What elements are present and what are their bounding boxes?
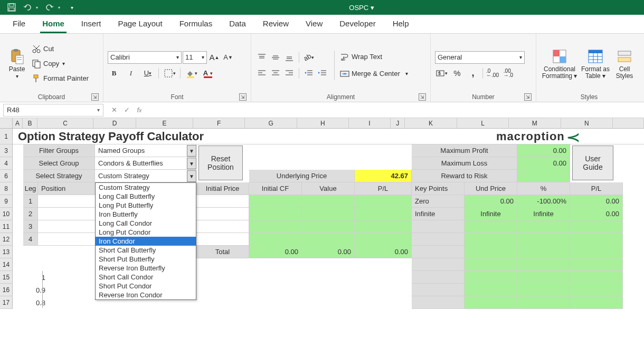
dropdown-item[interactable]: Iron Condor [96, 237, 196, 246]
cell-styles-button[interactable]: Cell Styles [612, 36, 637, 91]
row-header[interactable]: 4 [0, 157, 13, 170]
font-size-combo[interactable]: 11▾ [183, 51, 207, 64]
align-right-icon[interactable] [283, 67, 296, 80]
col-header[interactable]: L [457, 118, 509, 128]
dropdown-item[interactable]: Custom Strategy [96, 183, 196, 192]
increase-decimal-icon[interactable]: .0←.00 [486, 67, 499, 80]
initial-price-cell[interactable] [196, 208, 249, 220]
tab-insert[interactable]: Insert [79, 16, 103, 33]
dropdown-arrow-icon[interactable]: ▼ [187, 145, 196, 157]
dropdown-item[interactable]: Iron Butterfly [96, 210, 196, 219]
redo-more-icon[interactable]: ▾ [58, 5, 63, 10]
enter-formula-icon[interactable]: ✓ [120, 104, 133, 117]
tab-page-layout[interactable]: Page Layout [116, 16, 164, 33]
number-format-combo[interactable]: General▾ [435, 51, 525, 64]
dropdown-item[interactable]: Long Call Condor [96, 219, 196, 228]
name-box[interactable]: R48▾ [3, 104, 103, 117]
row-header[interactable]: 6 [0, 170, 13, 182]
align-center-icon[interactable] [269, 67, 282, 80]
fx-icon[interactable]: fx [133, 104, 146, 117]
dropdown-item[interactable]: Long Put Butterfly [96, 201, 196, 210]
col-header[interactable]: I [349, 118, 391, 128]
formula-input[interactable] [146, 104, 644, 117]
dropdown-item[interactable]: Long Call Butterfly [96, 192, 196, 201]
font-name-combo[interactable]: Calibri▾ [108, 51, 182, 64]
row-header[interactable]: 8 [0, 182, 13, 195]
col-header[interactable]: F [193, 118, 245, 128]
format-painter-button[interactable]: Format Painter [32, 72, 89, 85]
strategy-dropdown-list[interactable]: Custom StrategyLong Call ButterflyLong P… [95, 182, 196, 300]
col-header[interactable]: N [561, 118, 613, 128]
tab-view[interactable]: View [304, 16, 325, 33]
row-header[interactable]: 17 [0, 296, 13, 309]
col-header[interactable]: A [13, 118, 23, 128]
save-icon[interactable] [4, 1, 19, 14]
cancel-formula-icon[interactable]: ✕ [108, 104, 120, 117]
dropdown-arrow-icon[interactable]: ▼ [187, 170, 196, 182]
align-top-icon[interactable] [255, 51, 268, 64]
clipboard-launcher-icon[interactable]: ⇲ [91, 93, 99, 101]
alignment-launcher-icon[interactable]: ⇲ [419, 93, 426, 101]
col-header[interactable]: M [509, 118, 561, 128]
col-header[interactable]: C [37, 118, 93, 128]
undo-more-icon[interactable]: ▾ [36, 5, 41, 10]
accounting-icon[interactable]: $▾ [435, 67, 448, 80]
tab-review[interactable]: Review [261, 16, 291, 33]
decrease-font-icon[interactable]: A▼ [222, 51, 234, 64]
percent-icon[interactable]: % [451, 67, 463, 80]
increase-font-icon[interactable]: A▲ [208, 51, 221, 64]
filter-groups-value[interactable]: Named Groups [95, 144, 196, 157]
col-header[interactable]: G [245, 118, 297, 128]
select-group-value[interactable]: Condors & Butterflies [95, 157, 196, 170]
qat-customize-icon[interactable]: ▾ [64, 1, 79, 14]
paste-button[interactable]: Paste▾ [4, 36, 30, 91]
row-header[interactable]: 12 [0, 233, 13, 246]
row-header[interactable]: 11 [0, 220, 13, 233]
select-strategy-value[interactable]: Custom Strategy [95, 170, 196, 182]
underlying-value[interactable]: 42.67 [355, 170, 412, 182]
orientation-icon[interactable]: ab▾ [302, 51, 315, 64]
tab-help[interactable]: Help [391, 16, 411, 33]
dropdown-item[interactable]: Short Call Condor [96, 273, 196, 282]
user-guide-button[interactable]: UserGuide [572, 146, 613, 180]
number-launcher-icon[interactable]: ⇲ [524, 93, 532, 101]
decrease-decimal-icon[interactable]: .00→.0 [502, 67, 515, 80]
tab-formulas[interactable]: Formulas [177, 16, 215, 33]
merge-center-button[interactable]: Merge & Center ▾ [340, 67, 408, 81]
dropdown-item[interactable]: Reverse Iron Condor [96, 290, 196, 299]
undo-icon[interactable] [20, 1, 35, 14]
conditional-formatting-button[interactable]: Conditional Formatting ▾ [541, 36, 579, 91]
wrap-text-button[interactable]: ab Wrap Text [340, 50, 408, 64]
row-header[interactable]: 10 [0, 208, 13, 220]
dropdown-item[interactable]: Reverse Iron Butterfly [96, 264, 196, 273]
align-middle-icon[interactable] [269, 51, 282, 64]
tab-developer[interactable]: Developer [337, 16, 377, 33]
col-header[interactable]: B [23, 118, 37, 128]
dropdown-item[interactable]: Long Put Condor [96, 228, 196, 237]
underline-button[interactable]: U ▾ [141, 67, 154, 80]
comma-icon[interactable]: , [467, 67, 479, 80]
align-left-icon[interactable] [255, 67, 268, 80]
fill-color-icon[interactable]: ▾ [185, 67, 197, 80]
format-as-table-button[interactable]: Format as Table ▾ [580, 36, 611, 91]
row-header[interactable]: 1 [0, 129, 13, 144]
tab-data[interactable]: Data [227, 16, 248, 33]
row-header[interactable]: 3 [0, 144, 13, 157]
tab-home[interactable]: Home [40, 16, 67, 33]
row-header[interactable]: 13 [0, 246, 13, 258]
tab-file[interactable]: File [11, 16, 27, 33]
align-bottom-icon[interactable] [283, 51, 296, 64]
col-header[interactable]: J [391, 118, 405, 128]
reset-position-button[interactable]: ResetPosition [198, 146, 243, 180]
initial-price-cell[interactable] [196, 220, 249, 233]
select-all-corner[interactable] [0, 118, 13, 128]
bold-button[interactable]: B [108, 67, 120, 80]
font-launcher-icon[interactable]: ⇲ [239, 93, 247, 101]
row-header[interactable]: 16 [0, 284, 13, 296]
row-header[interactable]: 15 [0, 271, 13, 284]
increase-indent-icon[interactable] [316, 67, 329, 80]
dropdown-arrow-icon[interactable]: ▼ [187, 158, 196, 169]
col-header[interactable]: D [93, 118, 136, 128]
col-header[interactable]: K [405, 118, 457, 128]
initial-price-cell[interactable] [196, 233, 249, 246]
